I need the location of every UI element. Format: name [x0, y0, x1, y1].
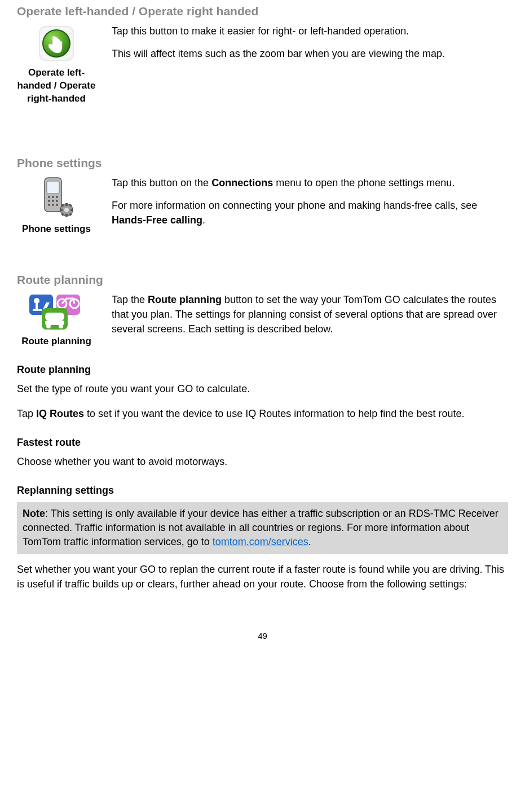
sub1-p2a: Tap [17, 408, 36, 419]
svg-point-35 [46, 324, 51, 328]
svg-rect-33 [45, 313, 64, 321]
page-number: 49 [17, 631, 508, 640]
svg-rect-15 [65, 203, 68, 206]
operate-p2: This will affect items such as the zoom … [112, 46, 508, 61]
phone-p1b: menu to open the phone settings menu. [273, 177, 455, 188]
icon-col-phone: Phone settings [17, 175, 96, 236]
subheading-replanning: Replanning settings [17, 485, 508, 497]
icon-caption-phone: Phone settings [17, 223, 96, 236]
sub1-p2: Tap IQ Routes to set if you want the dev… [17, 406, 508, 421]
svg-rect-28 [38, 309, 42, 311]
svg-point-25 [34, 298, 39, 304]
phone-p2b: . [202, 214, 205, 226]
sub1-p1: Set the type of route you want your GO t… [17, 381, 508, 396]
sub2-p1: Choose whether you want to avoid motorwa… [17, 454, 508, 469]
text-col-operate: Tap this button to make it easier for ri… [112, 24, 508, 69]
svg-rect-16 [65, 214, 68, 217]
svg-point-8 [48, 200, 50, 202]
text-col-phone: Tap this button on the Connections menu … [112, 175, 508, 235]
row-phone: Phone settings Tap this button on the Co… [17, 175, 508, 236]
note-bold: Note [23, 508, 45, 519]
svg-point-7 [56, 196, 58, 198]
svg-rect-18 [70, 209, 73, 211]
route-p1a: Tap the [112, 294, 148, 305]
sub1-p2b: to set if you want the device to use IQ … [84, 408, 464, 419]
row-route: Route planning Tap the Route planning bu… [17, 292, 508, 348]
route-p1bold: Route planning [148, 294, 222, 305]
icon-col-operate: Operate left-handed / Operate right-hand… [17, 24, 96, 106]
text-col-route: Tap the Route planning button to set the… [112, 292, 508, 344]
route-p1: Tap the Route planning button to set the… [112, 292, 508, 336]
svg-rect-17 [60, 209, 63, 211]
subheading-fastest-route: Fastest route [17, 437, 508, 449]
operate-p1: Tap this button to make it easier for ri… [112, 24, 508, 38]
sub3-p1: Set whether you want your GO to replan t… [17, 562, 508, 591]
svg-point-13 [56, 204, 58, 206]
section-title-operate: Operate left-handed / Operate right hand… [17, 5, 508, 18]
note-text-b: . [308, 536, 311, 547]
icon-caption-route: Route planning [17, 335, 96, 348]
svg-rect-4 [47, 181, 59, 194]
svg-point-12 [52, 204, 54, 206]
icon-col-route: Route planning [17, 292, 96, 348]
svg-point-6 [52, 196, 54, 198]
services-link[interactable]: tomtom.com/services [213, 536, 308, 547]
svg-point-5 [48, 196, 50, 198]
section-title-phone: Phone settings [17, 156, 508, 170]
svg-point-11 [48, 204, 50, 206]
phone-p2a: For more information on connecting your … [112, 200, 477, 211]
svg-point-23 [64, 208, 69, 212]
phone-gear-icon [37, 175, 76, 220]
section-title-route: Route planning [17, 273, 508, 287]
phone-p1: Tap this button on the Connections menu … [112, 175, 508, 190]
svg-point-36 [59, 324, 63, 328]
note-box: Note: This setting is only available if … [17, 502, 508, 554]
subheading-route-planning: Route planning [17, 364, 508, 376]
phone-p1a: Tap this button on the [112, 177, 211, 188]
sub1-p2bold: IQ Routes [36, 408, 84, 419]
row-operate: Operate left-handed / Operate right-hand… [17, 24, 508, 106]
svg-rect-27 [33, 309, 36, 311]
touch-icon [37, 24, 76, 63]
svg-point-9 [52, 200, 54, 202]
route-planning-icon [28, 292, 85, 332]
icon-caption-operate: Operate left-handed / Operate right-hand… [17, 67, 96, 106]
svg-point-10 [56, 200, 58, 202]
phone-p1bold: Connections [211, 177, 273, 188]
phone-p2bold: Hands-Free calling [112, 214, 202, 226]
phone-p2: For more information on connecting your … [112, 198, 508, 227]
